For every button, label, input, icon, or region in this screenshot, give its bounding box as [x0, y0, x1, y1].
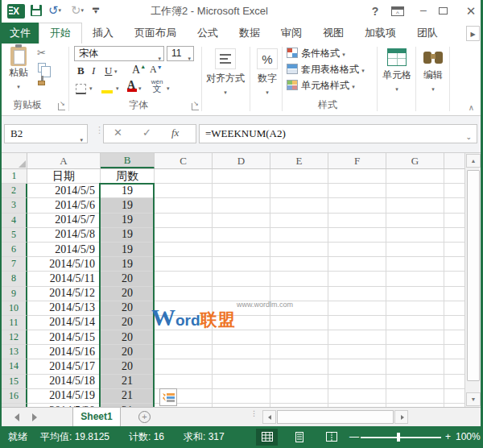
cell-E7[interactable] [270, 257, 328, 272]
horizontal-scrollbar-thumb[interactable] [277, 410, 394, 424]
cell-D7[interactable] [213, 257, 270, 272]
underline-button[interactable]: U [105, 64, 112, 77]
font-name-combobox[interactable]: 宋体▾ [74, 46, 164, 61]
cell-B16[interactable]: 21 [101, 389, 155, 404]
italic-button[interactable]: I [92, 64, 95, 77]
cell-E13[interactable] [270, 345, 328, 359]
cell-B5[interactable]: 19 [101, 228, 155, 243]
expand-formula-bar-icon[interactable]: ⌄ [465, 128, 472, 146]
cell-E14[interactable] [270, 359, 328, 374]
cell-B12[interactable]: 20 [101, 330, 155, 345]
row-header-10[interactable]: 10 [2, 301, 27, 316]
row-header-8[interactable]: 8 [2, 272, 27, 286]
cell-F16[interactable] [328, 389, 386, 404]
chevron-down-icon[interactable]: ▾ [89, 85, 93, 92]
cell-C2[interactable] [155, 184, 213, 198]
row-header-9[interactable]: 9 [2, 287, 27, 301]
cell-D5[interactable] [213, 228, 270, 243]
cell-D9[interactable] [213, 287, 270, 301]
chevron-down-icon[interactable]: ▾ [167, 85, 170, 92]
enter-icon[interactable]: ✓ [142, 127, 151, 139]
cell-B1[interactable]: 周数 [101, 169, 155, 184]
cell-E5[interactable] [270, 228, 328, 243]
tab-splitter[interactable]: ⋮ [250, 412, 258, 416]
row-header-1[interactable]: 1 [2, 169, 27, 184]
sheet-nav-right-icon[interactable] [32, 413, 37, 421]
help-button[interactable]: ? [366, 0, 384, 23]
cell-B3[interactable]: 19 [101, 198, 155, 213]
cell-E8[interactable] [270, 272, 328, 286]
cell-A11[interactable]: 2014/5/14 [27, 316, 101, 330]
row-header-14[interactable]: 14 [2, 359, 27, 374]
cell-C9[interactable] [155, 287, 213, 301]
tab-视图[interactable]: 视图 [312, 23, 354, 44]
shrink-font-button[interactable]: A▼ [150, 64, 163, 76]
auto-fill-options-button[interactable] [159, 388, 177, 406]
minimize-button[interactable]: – [415, 0, 432, 23]
row-header-16[interactable]: 16 [2, 389, 27, 404]
ribbon-display-options-button[interactable]: ^ [391, 6, 404, 16]
vertical-scrollbar-thumb[interactable] [467, 170, 480, 381]
cell-B9[interactable]: 20 [101, 287, 155, 301]
cell-G13[interactable] [386, 345, 444, 359]
cell-F10[interactable] [328, 301, 386, 316]
cell-E6[interactable] [270, 243, 328, 257]
vertical-scrollbar[interactable]: ▲ ▼ [464, 153, 481, 407]
tab-scroll-right-button[interactable]: ▶ [466, 26, 480, 41]
row-header-6[interactable]: 6 [2, 243, 27, 257]
cell-E11[interactable] [270, 316, 328, 330]
paste-button[interactable]: 粘贴 ▾ [5, 47, 32, 93]
insert-function-button[interactable]: fx [171, 127, 179, 139]
cell-B14[interactable]: 20 [101, 359, 155, 374]
grow-font-button[interactable]: A▲ [132, 64, 146, 77]
cell-D13[interactable] [213, 345, 270, 359]
cell-G6[interactable] [386, 243, 444, 257]
cell-E9[interactable] [270, 287, 328, 301]
cell-F1[interactable] [328, 169, 386, 184]
cell-F4[interactable] [328, 214, 386, 228]
cell-E2[interactable] [270, 184, 328, 198]
cell-E12[interactable] [270, 330, 328, 345]
font-color-button[interactable]: A [127, 79, 135, 92]
chevron-down-icon[interactable]: ▾ [114, 68, 118, 75]
cell-A6[interactable]: 2014/5/9 [27, 243, 101, 257]
column-header-G[interactable]: G [386, 153, 444, 168]
chevron-down-icon[interactable]: ▾ [81, 7, 85, 13]
cell-B11[interactable]: 20 [101, 316, 155, 330]
copy-button[interactable] [38, 63, 46, 73]
row-header-13[interactable]: 13 [2, 345, 27, 359]
row-header-11[interactable]: 11 [2, 316, 27, 330]
cell-F14[interactable] [328, 359, 386, 374]
row-header-5[interactable]: 5 [2, 228, 27, 243]
cell-F13[interactable] [328, 345, 386, 359]
cell-G16[interactable] [386, 389, 444, 404]
cell-F9[interactable] [328, 287, 386, 301]
cell-D14[interactable] [213, 359, 270, 374]
row-header-7[interactable]: 7 [2, 257, 27, 272]
cell-G14[interactable] [386, 359, 444, 374]
cell-G11[interactable] [386, 316, 444, 330]
tab-审阅[interactable]: 审阅 [270, 23, 312, 44]
cell-C8[interactable] [155, 272, 213, 286]
redo-button[interactable]: ↻▾ [71, 2, 84, 19]
zoom-slider-track[interactable] [361, 437, 441, 438]
cell-C1[interactable] [155, 169, 213, 184]
zoom-out-button[interactable]: — [349, 426, 359, 448]
cell-B6[interactable]: 19 [101, 243, 155, 257]
cell-C13[interactable] [155, 345, 213, 359]
cell-C15[interactable] [155, 375, 213, 389]
conditional-formatting-button[interactable]: 条件格式 ▾ [287, 46, 345, 60]
format-painter-button[interactable] [38, 81, 45, 85]
cell-D1[interactable] [213, 169, 270, 184]
tab-公式[interactable]: 公式 [187, 23, 229, 44]
hscroll-left-button[interactable] [262, 410, 276, 424]
fill-color-button[interactable] [101, 81, 114, 93]
cell-F3[interactable] [328, 198, 386, 213]
cell-A4[interactable]: 2014/5/7 [27, 214, 101, 228]
page-layout-view-button[interactable] [288, 429, 310, 446]
cell-G5[interactable] [386, 228, 444, 243]
cell-A5[interactable]: 2014/5/8 [27, 228, 101, 243]
cell-F11[interactable] [328, 316, 386, 330]
cell-A1[interactable]: 日期 [27, 169, 101, 184]
page-break-preview-button[interactable] [320, 429, 342, 446]
